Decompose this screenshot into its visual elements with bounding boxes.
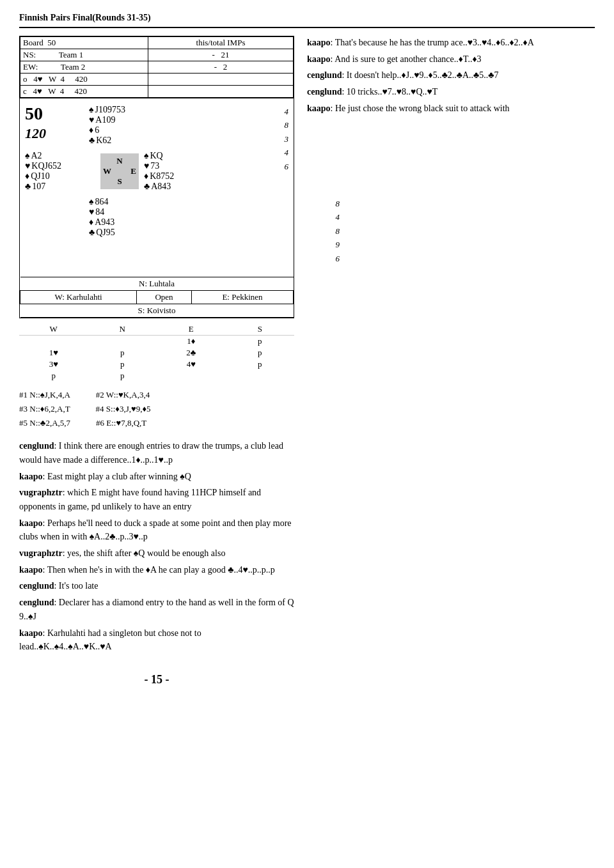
compass-box: N W E S — [100, 153, 139, 189]
imp-label: this/total IMPs — [148, 37, 294, 49]
bid-n3: p — [88, 359, 157, 370]
bid-row-2: 1♥ p 2♣ p — [19, 347, 294, 359]
bidding-header: W N E S — [19, 323, 294, 336]
tricks-row-1: #1 N::♠J,K,4,A #2 W::♥K,A,3,4 — [19, 388, 294, 402]
comment-5: vugraphztr: yes, the shift after ♠Q woul… — [19, 546, 294, 561]
board-number-large: 50 — [25, 104, 43, 124]
comment-1: cenglund: I think there are enough entri… — [19, 439, 294, 467]
comment-9: kaapo: Karhulahti had a singleton but ch… — [19, 626, 294, 654]
right-comment-1: kaapo: That's because he has the trump a… — [307, 36, 595, 50]
player-west: W: Karhulahti — [20, 291, 137, 304]
right-comment-4: cenglund: 10 tricks..♥7..♥8..♥Q..♥T — [307, 85, 595, 99]
card-area: 50 120 48346 ♠J109753 ♥A109 ♦6 ♣K62 — [20, 98, 294, 277]
ew-label: EW: Team 2 — [20, 61, 148, 74]
contract-o-score — [148, 74, 294, 86]
trick-5: #5 N::♣2,A,5,7 — [19, 416, 70, 430]
right-comment-3: cenglund: It doesn't help..♦J..♥9..♦5..♣… — [307, 68, 595, 82]
bid-s2: p — [226, 347, 295, 359]
board-info-box: Board 50 this/total IMPs NS: Team 1 - 21 — [19, 36, 294, 318]
comment-6: kaapo: Then when he's in with the ♦A he … — [19, 563, 294, 577]
bid-w1 — [19, 336, 88, 348]
compass-w: W — [103, 166, 111, 176]
comment-8: cenglund: Declarer has a diamond entry t… — [19, 596, 294, 623]
trick-4: #4 S::♦3,J,♥9,♦5 — [96, 402, 151, 416]
left-commentary: cenglund: I think there are enough entri… — [19, 439, 294, 654]
ew-imps: - 2 — [148, 61, 294, 74]
contract-o: o 4♥ W 4 420 — [20, 74, 148, 86]
north-hand: ♠J109753 ♥A109 ♦6 ♣K62 — [89, 105, 288, 146]
bid-row-3: 3♥ p 4♥ p — [19, 359, 294, 370]
compass-n: N — [116, 156, 122, 166]
trick-3: #3 N::♦6,2,A,T — [19, 402, 70, 416]
bid-s1: p — [226, 336, 295, 348]
top-info-table: Board 50 this/total IMPs NS: Team 1 - 21 — [20, 36, 294, 98]
right-column: kaapo: That's because he has the trump a… — [307, 36, 595, 686]
bid-e2: 2♣ — [157, 347, 226, 359]
trick-1: #1 N::♠J,K,4,A — [19, 388, 70, 402]
middle-row: ♠A2 ♥KQJ652 ♦QJ10 ♣107 N W E S ♠KQ — [25, 151, 288, 192]
bid-s4 — [226, 370, 295, 382]
player-east: E: Pekkinen — [191, 291, 293, 304]
player-center: Open — [137, 291, 192, 304]
compass-s: S — [117, 176, 122, 187]
bidding-area: W N E S 1♦ p 1♥ p 2♣ p 3 — [19, 323, 294, 382]
north-numbers: 48346 — [285, 105, 289, 173]
comment-2: kaapo: East might play a club after winn… — [19, 470, 294, 484]
bid-header-w: W — [19, 323, 88, 336]
contract-c-score — [148, 86, 294, 98]
tricks-area: #1 N::♠J,K,4,A #2 W::♥K,A,3,4 #3 N::♦6,2… — [19, 388, 294, 430]
tricks-row-3: #5 N::♣2,A,5,7 #6 E::♥7,8,Q,T — [19, 416, 294, 430]
comment-7: cenglund: It's too late — [19, 579, 294, 593]
players-table: N: Luhtala W: Karhulahti Open E: Pekkine… — [20, 277, 294, 318]
east-hand: ♠KQ ♥73 ♦K8752 ♣A843 — [144, 151, 221, 192]
ns-label: NS: Team 1 — [20, 49, 148, 61]
bid-header-n: N — [88, 323, 157, 336]
left-column: Board 50 this/total IMPs NS: Team 1 - 21 — [19, 36, 294, 686]
south-hand: ♠864 ♥84 ♦A943 ♣QJ95 84896 — [89, 197, 288, 238]
bid-e1: 1♦ — [157, 336, 226, 348]
bid-n4: p — [88, 370, 157, 382]
bid-n2: p — [88, 347, 157, 359]
bid-w2: 1♥ — [19, 347, 88, 359]
bid-w3: 3♥ — [19, 359, 88, 370]
right-comment-2: kaapo: And is sure to get another chance… — [307, 52, 595, 66]
player-north: N: Luhtala — [20, 277, 294, 291]
player-south: S: Koivisto — [20, 304, 294, 318]
bidding-table: W N E S 1♦ p 1♥ p 2♣ p 3 — [19, 323, 294, 382]
page-title: Finnish Pairs Final(Rounds 31-35) — [19, 13, 151, 22]
right-commentary: kaapo: That's because he has the trump a… — [307, 36, 595, 115]
bid-e4 — [157, 370, 226, 382]
bid-header-e: E — [157, 323, 226, 336]
west-hand: ♠A2 ♥KQJ652 ♦QJ10 ♣107 — [25, 151, 95, 192]
bid-row-1: 1♦ p — [19, 336, 294, 348]
main-layout: Board 50 this/total IMPs NS: Team 1 - 21 — [19, 36, 595, 686]
tricks-row-2: #3 N::♦6,2,A,T #4 S::♦3,J,♥9,♦5 — [19, 402, 294, 416]
bid-row-4: p p — [19, 370, 294, 382]
page-header: Finnish Pairs Final(Rounds 31-35) — [19, 13, 595, 28]
bid-e3: 4♥ — [157, 359, 226, 370]
contract-c: c 4♥ W 4 420 — [20, 86, 148, 98]
bid-w4: p — [19, 370, 88, 382]
comment-3: vugraphztr: which E might have found hav… — [19, 486, 294, 513]
comment-4: kaapo: Perhaps he'll need to duck a spad… — [19, 516, 294, 544]
trick-2: #2 W::♥K,A,3,4 — [96, 388, 150, 402]
trick-6: #6 E::♥7,8,Q,T — [96, 416, 146, 430]
ns-imps: - 21 — [148, 49, 294, 61]
right-comment-5: kaapo: He just chose the wrong black sui… — [307, 102, 595, 116]
bid-header-s: S — [226, 323, 295, 336]
page-number: - 15 - — [19, 673, 294, 686]
board-label: Board 50 — [20, 37, 148, 49]
compass-e: E — [130, 166, 136, 176]
board-score-large: 120 — [25, 125, 46, 142]
bid-n1 — [88, 336, 157, 348]
bid-s3: p — [226, 359, 295, 370]
south-numbers: 84896 — [336, 197, 340, 265]
